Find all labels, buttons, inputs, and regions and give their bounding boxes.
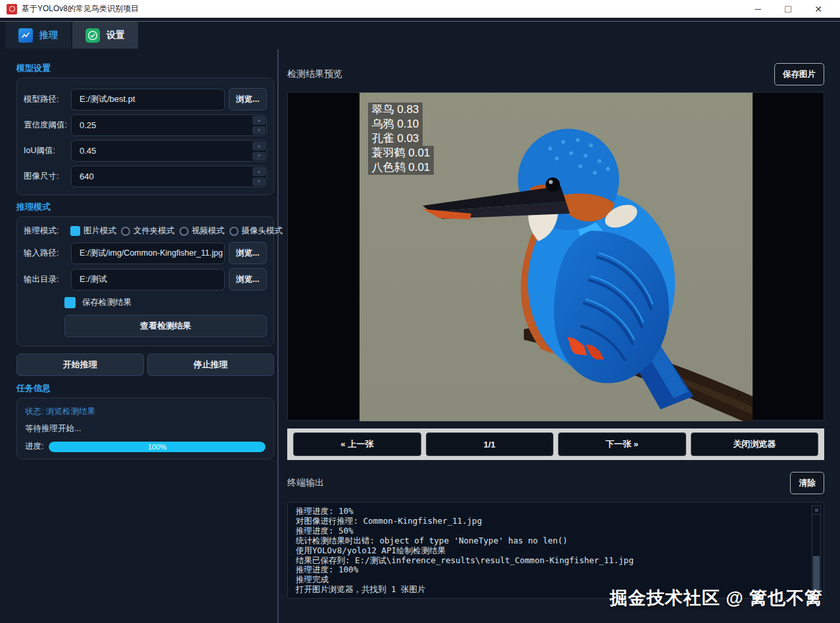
tab-settings-label: 设置 <box>106 30 125 41</box>
tab-inference-label: 推理 <box>39 30 58 41</box>
terminal-output[interactable]: 推理进度: 10% 对图像进行推理: Common-Kingfisher_11.… <box>287 502 824 599</box>
control-panel: 模型设置 模型路径: E:/测试/best.pt 浏览... 置信度阈值: 0.… <box>0 49 279 623</box>
prev-image-button[interactable]: « 上一张 <box>293 432 421 456</box>
iou-spin-down-button[interactable]: ▼ <box>252 152 266 161</box>
progress-label: 进度: <box>25 441 43 452</box>
close-button[interactable]: ✕ <box>803 0 833 18</box>
tabbar: 推理 设置 <box>5 22 138 49</box>
imgsize-spin-up-button[interactable]: ▲ <box>252 167 266 176</box>
terminal-line: 结果已保存到: E:/测试\inference_results\result_C… <box>296 556 806 566</box>
view-results-button[interactable]: 查看检测结果 <box>64 315 267 337</box>
input-path-label: 输入路径: <box>24 248 67 259</box>
iou-input[interactable]: 0.45 <box>71 140 267 162</box>
window-title: 基于YOLOv8的常见鸟类识别项目 <box>22 3 139 14</box>
task-wait-text: 等待推理开始... <box>25 423 266 434</box>
terminal-title: 终端输出 <box>287 477 324 489</box>
terminal-line: 推理进度: 50% <box>296 526 806 536</box>
confidence-spin-down-button[interactable]: ▼ <box>252 126 266 135</box>
image-viewer: 翠鸟 0.83 乌鸦 0.10 孔雀 0.03 蓑羽鹤 0.01 八色鸫 0.0… <box>287 92 824 421</box>
terminal-line: 推理完成 <box>296 575 806 585</box>
progress-bar-fill: 100% <box>49 442 266 452</box>
chart-line-icon <box>18 28 33 43</box>
input-path-input[interactable]: E:/测试/img/Common-Kingfisher_11.jpg <box>71 242 225 264</box>
close-browser-button[interactable]: 关闭浏览器 <box>691 432 819 456</box>
confidence-input[interactable]: 0.25 <box>71 114 267 136</box>
save-results-label: 保存检测结果 <box>82 297 131 308</box>
terminal-scrollbar[interactable] <box>812 505 821 595</box>
radio-folder-mode-label: 文件夹模式 <box>133 225 175 237</box>
terminal-line: 使用YOLOv8/yolo12 API绘制检测结果 <box>296 546 806 556</box>
detection-label: 八色鸫 0.01 <box>368 160 434 175</box>
confidence-spin-up-button[interactable]: ▲ <box>252 116 266 125</box>
maximize-button[interactable]: □ <box>773 0 803 18</box>
next-image-button[interactable]: 下一张 » <box>558 432 686 456</box>
preview-panel: 检测结果预览 保存图片 <box>280 49 840 623</box>
imgsize-spin-down-button[interactable]: ▼ <box>252 177 266 187</box>
iou-label: IoU阈值: <box>24 145 67 156</box>
detection-label: 乌鸦 0.10 <box>368 117 423 131</box>
clear-terminal-button[interactable]: 清除 <box>790 472 824 494</box>
model-path-label: 模型路径: <box>24 94 67 105</box>
terminal-line: 推理进度: 10% <box>296 507 806 517</box>
save-image-button[interactable]: 保存图片 <box>774 63 824 85</box>
radio-image-mode[interactable]: 图片模式 <box>70 225 116 237</box>
model-settings-header: 模型设置 <box>16 62 273 74</box>
inference-mode-header: 推理模式 <box>16 201 273 213</box>
input-path-browse-button[interactable]: 浏览... <box>229 242 267 264</box>
scrollbar-up-icon[interactable] <box>812 506 820 515</box>
radio-folder-mode[interactable]: 文件夹模式 <box>121 225 175 237</box>
radio-camera-mode-label: 摄像头模式 <box>242 225 283 237</box>
check-circle-icon <box>85 28 100 43</box>
confidence-label: 置信度阈值: <box>24 120 67 131</box>
iou-spin-up-button[interactable]: ▲ <box>252 141 266 150</box>
model-path-browse-button[interactable]: 浏览... <box>229 88 267 110</box>
progress-bar: 100% <box>49 442 266 452</box>
detection-labels: 翠鸟 0.83 乌鸦 0.10 孔雀 0.03 蓑羽鹤 0.01 八色鸫 0.0… <box>368 103 434 175</box>
radio-unchecked-icon <box>179 227 189 236</box>
model-settings-box: 模型路径: E:/测试/best.pt 浏览... 置信度阈值: 0.25 ▲ … <box>16 78 274 195</box>
radio-checked-icon <box>70 226 80 236</box>
radio-unchecked-icon <box>121 227 130 236</box>
save-results-checkbox-row[interactable]: 保存检测结果 <box>64 297 267 308</box>
terminal-line: 统计检测结果时出错: object of type 'NoneType' has… <box>296 536 806 546</box>
imgsize-label: 图像尺寸: <box>24 171 67 182</box>
radio-video-mode[interactable]: 视频模式 <box>179 225 225 237</box>
page-indicator: 1/1 <box>426 432 554 456</box>
watermark: 掘金技术社区 @ 篱也不篱 <box>610 586 823 610</box>
minimize-button[interactable]: ─ <box>743 0 773 18</box>
inference-mode-box: 推理模式: 图片模式 文件夹模式 视频模式 摄像头模式 <box>16 216 274 346</box>
preview-title: 检测结果预览 <box>287 68 342 80</box>
detection-label: 翠鸟 0.83 <box>368 103 423 117</box>
tab-inference[interactable]: 推理 <box>5 22 71 49</box>
detection-label: 孔雀 0.03 <box>368 131 423 146</box>
task-status-text: 状态: 浏览检测结果 <box>25 406 266 417</box>
window-controls: ─ □ ✕ <box>743 0 833 18</box>
output-dir-browse-button[interactable]: 浏览... <box>229 268 267 290</box>
output-dir-label: 输出目录: <box>24 274 67 285</box>
stop-inference-button[interactable]: 停止推理 <box>147 354 275 376</box>
tab-settings[interactable]: 设置 <box>72 22 138 49</box>
radio-unchecked-icon <box>229 227 239 236</box>
model-path-input[interactable]: E:/测试/best.pt <box>71 89 225 110</box>
app-window: 推理 设置 模型设置 模型路径: E:/测试/best.pt 浏览... 置信度… <box>0 18 840 623</box>
start-inference-button[interactable]: 开始推理 <box>16 354 144 376</box>
app-logo-icon <box>7 4 17 14</box>
radio-video-mode-label: 视频模式 <box>192 225 225 237</box>
checkbox-checked-icon <box>64 297 76 308</box>
terminal-line: 推理进度: 100% <box>296 565 806 575</box>
task-info-header: 任务信息 <box>16 382 273 394</box>
detection-label: 蓑羽鹤 0.01 <box>368 146 434 160</box>
kingfisher-photo: 翠鸟 0.83 乌鸦 0.10 孔雀 0.03 蓑羽鹤 0.01 八色鸫 0.0… <box>360 93 753 421</box>
imgsize-input[interactable]: 640 <box>71 166 267 187</box>
mode-label: 推理模式: <box>24 225 66 237</box>
output-dir-input[interactable]: E:/测试 <box>71 269 225 290</box>
radio-image-mode-label: 图片模式 <box>83 225 116 237</box>
radio-camera-mode[interactable]: 摄像头模式 <box>229 225 283 237</box>
image-nav-bar: « 上一张 1/1 下一张 » 关闭浏览器 <box>287 428 824 460</box>
terminal-line: 对图像进行推理: Common-Kingfisher_11.jpg <box>296 517 806 526</box>
titlebar: 基于YOLOv8的常见鸟类识别项目 ─ □ ✕ <box>0 0 840 18</box>
task-info-box: 状态: 浏览检测结果 等待推理开始... 进度: 100% <box>16 398 274 459</box>
